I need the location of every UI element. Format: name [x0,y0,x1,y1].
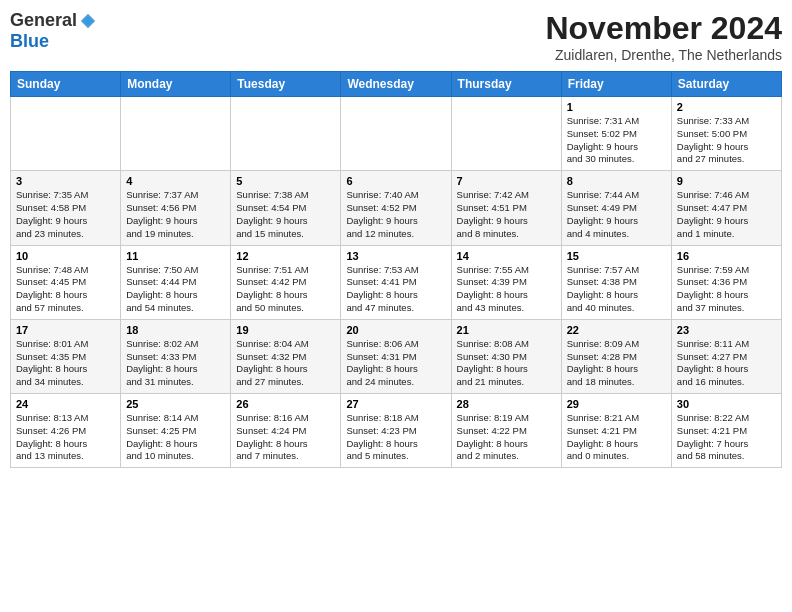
calendar-cell [121,97,231,171]
day-info: Sunrise: 8:16 AM Sunset: 4:24 PM Dayligh… [236,412,335,463]
week-row-5: 24Sunrise: 8:13 AM Sunset: 4:26 PM Dayli… [11,394,782,468]
day-info: Sunrise: 8:19 AM Sunset: 4:22 PM Dayligh… [457,412,556,463]
calendar-cell: 12Sunrise: 7:51 AM Sunset: 4:42 PM Dayli… [231,245,341,319]
calendar-cell: 18Sunrise: 8:02 AM Sunset: 4:33 PM Dayli… [121,319,231,393]
calendar-cell: 10Sunrise: 7:48 AM Sunset: 4:45 PM Dayli… [11,245,121,319]
day-number: 29 [567,398,666,410]
day-number: 12 [236,250,335,262]
calendar-cell: 8Sunrise: 7:44 AM Sunset: 4:49 PM Daylig… [561,171,671,245]
day-info: Sunrise: 7:31 AM Sunset: 5:02 PM Dayligh… [567,115,666,166]
col-header-sunday: Sunday [11,72,121,97]
calendar-cell: 29Sunrise: 8:21 AM Sunset: 4:21 PM Dayli… [561,394,671,468]
day-number: 17 [16,324,115,336]
calendar-cell: 1Sunrise: 7:31 AM Sunset: 5:02 PM Daylig… [561,97,671,171]
day-number: 13 [346,250,445,262]
calendar-cell [341,97,451,171]
day-info: Sunrise: 8:18 AM Sunset: 4:23 PM Dayligh… [346,412,445,463]
calendar-cell: 21Sunrise: 8:08 AM Sunset: 4:30 PM Dayli… [451,319,561,393]
day-number: 28 [457,398,556,410]
calendar-cell: 13Sunrise: 7:53 AM Sunset: 4:41 PM Dayli… [341,245,451,319]
day-number: 11 [126,250,225,262]
day-info: Sunrise: 7:40 AM Sunset: 4:52 PM Dayligh… [346,189,445,240]
day-number: 15 [567,250,666,262]
col-header-monday: Monday [121,72,231,97]
calendar-cell: 23Sunrise: 8:11 AM Sunset: 4:27 PM Dayli… [671,319,781,393]
week-row-4: 17Sunrise: 8:01 AM Sunset: 4:35 PM Dayli… [11,319,782,393]
day-number: 18 [126,324,225,336]
day-info: Sunrise: 8:02 AM Sunset: 4:33 PM Dayligh… [126,338,225,389]
day-info: Sunrise: 8:04 AM Sunset: 4:32 PM Dayligh… [236,338,335,389]
calendar-cell: 4Sunrise: 7:37 AM Sunset: 4:56 PM Daylig… [121,171,231,245]
calendar-cell: 26Sunrise: 8:16 AM Sunset: 4:24 PM Dayli… [231,394,341,468]
day-number: 3 [16,175,115,187]
calendar-cell: 16Sunrise: 7:59 AM Sunset: 4:36 PM Dayli… [671,245,781,319]
day-info: Sunrise: 8:21 AM Sunset: 4:21 PM Dayligh… [567,412,666,463]
calendar-cell: 7Sunrise: 7:42 AM Sunset: 4:51 PM Daylig… [451,171,561,245]
day-number: 24 [16,398,115,410]
col-header-friday: Friday [561,72,671,97]
calendar-cell [231,97,341,171]
col-header-tuesday: Tuesday [231,72,341,97]
day-info: Sunrise: 8:08 AM Sunset: 4:30 PM Dayligh… [457,338,556,389]
day-number: 16 [677,250,776,262]
day-number: 9 [677,175,776,187]
logo-general: General [10,10,77,31]
day-number: 7 [457,175,556,187]
day-info: Sunrise: 7:35 AM Sunset: 4:58 PM Dayligh… [16,189,115,240]
calendar-cell: 20Sunrise: 8:06 AM Sunset: 4:31 PM Dayli… [341,319,451,393]
day-number: 23 [677,324,776,336]
day-info: Sunrise: 7:46 AM Sunset: 4:47 PM Dayligh… [677,189,776,240]
calendar-header-row: SundayMondayTuesdayWednesdayThursdayFrid… [11,72,782,97]
week-row-2: 3Sunrise: 7:35 AM Sunset: 4:58 PM Daylig… [11,171,782,245]
day-info: Sunrise: 7:38 AM Sunset: 4:54 PM Dayligh… [236,189,335,240]
day-info: Sunrise: 8:11 AM Sunset: 4:27 PM Dayligh… [677,338,776,389]
logo: General Blue [10,10,97,52]
title-block: November 2024 Zuidlaren, Drenthe, The Ne… [545,10,782,63]
day-info: Sunrise: 7:59 AM Sunset: 4:36 PM Dayligh… [677,264,776,315]
calendar-cell: 30Sunrise: 8:22 AM Sunset: 4:21 PM Dayli… [671,394,781,468]
calendar-cell: 9Sunrise: 7:46 AM Sunset: 4:47 PM Daylig… [671,171,781,245]
day-info: Sunrise: 7:42 AM Sunset: 4:51 PM Dayligh… [457,189,556,240]
day-number: 26 [236,398,335,410]
day-number: 2 [677,101,776,113]
calendar-cell: 24Sunrise: 8:13 AM Sunset: 4:26 PM Dayli… [11,394,121,468]
day-info: Sunrise: 7:55 AM Sunset: 4:39 PM Dayligh… [457,264,556,315]
page-header: General Blue November 2024 Zuidlaren, Dr… [10,10,782,63]
calendar-cell: 5Sunrise: 7:38 AM Sunset: 4:54 PM Daylig… [231,171,341,245]
calendar-cell [451,97,561,171]
calendar-cell: 27Sunrise: 8:18 AM Sunset: 4:23 PM Dayli… [341,394,451,468]
day-info: Sunrise: 8:22 AM Sunset: 4:21 PM Dayligh… [677,412,776,463]
col-header-saturday: Saturday [671,72,781,97]
day-number: 4 [126,175,225,187]
day-number: 27 [346,398,445,410]
day-number: 22 [567,324,666,336]
calendar-table: SundayMondayTuesdayWednesdayThursdayFrid… [10,71,782,468]
calendar-cell: 19Sunrise: 8:04 AM Sunset: 4:32 PM Dayli… [231,319,341,393]
day-info: Sunrise: 7:50 AM Sunset: 4:44 PM Dayligh… [126,264,225,315]
day-info: Sunrise: 7:48 AM Sunset: 4:45 PM Dayligh… [16,264,115,315]
day-number: 14 [457,250,556,262]
day-info: Sunrise: 7:53 AM Sunset: 4:41 PM Dayligh… [346,264,445,315]
col-header-wednesday: Wednesday [341,72,451,97]
logo-icon [79,12,97,30]
day-number: 30 [677,398,776,410]
day-number: 10 [16,250,115,262]
day-number: 8 [567,175,666,187]
day-info: Sunrise: 8:13 AM Sunset: 4:26 PM Dayligh… [16,412,115,463]
location-subtitle: Zuidlaren, Drenthe, The Netherlands [545,47,782,63]
week-row-1: 1Sunrise: 7:31 AM Sunset: 5:02 PM Daylig… [11,97,782,171]
logo-blue: Blue [10,31,49,52]
col-header-thursday: Thursday [451,72,561,97]
day-info: Sunrise: 7:44 AM Sunset: 4:49 PM Dayligh… [567,189,666,240]
calendar-cell: 15Sunrise: 7:57 AM Sunset: 4:38 PM Dayli… [561,245,671,319]
day-number: 1 [567,101,666,113]
month-title: November 2024 [545,10,782,47]
day-number: 20 [346,324,445,336]
calendar-cell: 17Sunrise: 8:01 AM Sunset: 4:35 PM Dayli… [11,319,121,393]
day-number: 19 [236,324,335,336]
day-info: Sunrise: 7:57 AM Sunset: 4:38 PM Dayligh… [567,264,666,315]
calendar-cell: 3Sunrise: 7:35 AM Sunset: 4:58 PM Daylig… [11,171,121,245]
day-info: Sunrise: 7:51 AM Sunset: 4:42 PM Dayligh… [236,264,335,315]
calendar-cell: 6Sunrise: 7:40 AM Sunset: 4:52 PM Daylig… [341,171,451,245]
day-number: 6 [346,175,445,187]
